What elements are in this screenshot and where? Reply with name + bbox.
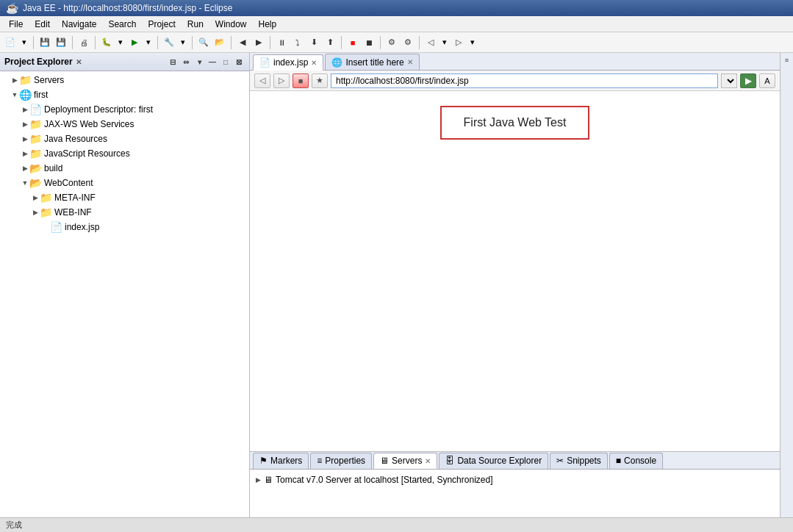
prev-button[interactable]: ◀ (235, 35, 250, 50)
right-icon-1[interactable]: ≡ (781, 54, 793, 66)
open-resource-button[interactable]: 📂 (212, 35, 227, 50)
back-button[interactable]: ◁ (254, 73, 270, 88)
app-icon: ☕ (6, 2, 18, 14)
stop-button[interactable]: ■ (293, 73, 309, 88)
bottom-tab-close-servers[interactable]: ✕ (425, 457, 431, 465)
annotate-button[interactable]: A (759, 73, 775, 88)
server-expand-arrow[interactable]: ▶ (256, 476, 261, 484)
minimize-icon[interactable]: — (207, 56, 218, 68)
bookmark-button[interactable]: ★ (312, 73, 328, 88)
bottom-tab-console[interactable]: ■ Console (609, 453, 663, 469)
editor-tab-bar: 📄 index.jsp ✕ 🌐 Insert title here ✕ (250, 53, 780, 71)
tree-item-webcontent[interactable]: ▼ 📂 WebContent (0, 176, 249, 190)
forward-button[interactable]: ▷ (273, 73, 290, 88)
tree-item-java-resources[interactable]: ▶ 📁 Java Resources (0, 132, 249, 146)
bottom-tab-markers[interactable]: ⚑ Markers (253, 453, 309, 469)
tree-icon-meta-inf: 📁 (40, 192, 52, 204)
tree-item-javascript-resources[interactable]: ▶ 📁 JavaScript Resources (0, 146, 249, 161)
new-button[interactable]: 📄 (3, 35, 18, 50)
tree-icon-build: 📂 (29, 162, 42, 174)
go-button[interactable]: ▶ (740, 73, 756, 88)
web-test-text: First Java Web Test (464, 116, 567, 129)
tree-item-build[interactable]: ▶ 📂 build (0, 161, 249, 176)
bottom-tab-data-source[interactable]: 🗄 Data Source Explorer (439, 453, 548, 469)
server-icon: 🖥 (264, 475, 273, 485)
step-return-button[interactable]: ⬆ (323, 35, 337, 50)
window-title: Java EE - http://localhost:8080/first/in… (23, 3, 232, 13)
editor-tab-insert-title-tab[interactable]: 🌐 Insert title here ✕ (325, 54, 419, 70)
menu-item-project[interactable]: Project (142, 18, 181, 31)
menu-item-navigate[interactable]: Navigate (56, 18, 102, 31)
extra2[interactable]: ⚙ (401, 35, 415, 50)
tree-icon-webcontent: 📂 (29, 177, 42, 189)
tree-item-first[interactable]: ▼ 🌐 first (0, 87, 249, 102)
view-menu-icon[interactable]: ▾ (193, 56, 205, 68)
menu-item-edit[interactable]: Edit (29, 18, 56, 31)
run-button[interactable]: ▶ (127, 35, 142, 50)
debug-dropdown[interactable]: ▾ (115, 36, 126, 48)
open-type-button[interactable]: 🔍 (196, 35, 211, 50)
separator5 (192, 36, 193, 49)
tab-close-insert-title-tab[interactable]: ✕ (407, 58, 413, 66)
menu-item-window[interactable]: Window (209, 18, 253, 31)
new-dropdown[interactable]: ▾ (19, 36, 29, 48)
menu-item-run[interactable]: Run (182, 18, 209, 31)
fwd-dropdown[interactable]: ▾ (467, 36, 478, 48)
tree-content: ▶ 📁 Servers ▼ 🌐 first ▶ 📄 Deployment Des… (0, 71, 249, 517)
next-button[interactable]: ▶ (251, 35, 266, 50)
url-dropdown[interactable] (721, 73, 737, 88)
tree-icon-index-jsp: 📄 (50, 221, 62, 233)
maximize-icon[interactable]: □ (220, 56, 232, 68)
tab-label-insert-title-tab: Insert title here (345, 57, 403, 68)
bottom-tab-label-markers: Markers (270, 456, 302, 466)
tree-arrow-servers: ▶ (10, 76, 19, 84)
run-dropdown[interactable]: ▾ (143, 36, 154, 48)
server-item[interactable]: ▶ 🖥 Tomcat v7.0 Server at localhost [Sta… (256, 472, 774, 487)
tree-icon-servers: 📁 (19, 74, 32, 86)
menu-item-file[interactable]: File (3, 18, 29, 31)
link-with-editor-icon[interactable]: ⇔ (180, 56, 192, 68)
bottom-tab-snippets[interactable]: ✂ Snippets (550, 453, 608, 469)
browser-content: First Java Web Test (250, 91, 780, 451)
save-button[interactable]: 💾 (37, 35, 52, 50)
back-dropdown[interactable]: ▾ (439, 36, 450, 48)
step-into-button[interactable]: ⬇ (306, 35, 321, 50)
tree-icon-deployment-descriptor: 📄 (29, 104, 42, 115)
tree-item-servers[interactable]: ▶ 📁 Servers (0, 73, 249, 87)
extra1[interactable]: ⚙ (384, 35, 399, 50)
back-nav[interactable]: ◁ (423, 35, 438, 50)
tab-close-index-jsp-tab[interactable]: ✕ (311, 59, 317, 67)
tree-item-deployment-descriptor[interactable]: ▶ 📄 Deployment Descriptor: first (0, 102, 249, 117)
step-over-button[interactable]: ⤵ (290, 35, 305, 50)
collapse-all-icon[interactable]: ⊟ (167, 56, 179, 68)
external-tools-dropdown[interactable]: ▾ (178, 36, 188, 48)
external-tools-button[interactable]: 🔧 (162, 35, 176, 50)
server-label: Tomcat v7.0 Server at localhost [Started… (276, 475, 492, 485)
status-text: 完成 (6, 520, 22, 531)
toggle-button[interactable]: ⏸ (274, 35, 289, 50)
print-button[interactable]: 🖨 (76, 35, 91, 50)
tree-item-index-jsp[interactable]: 📄 index.jsp (0, 220, 249, 234)
disconnect-button[interactable]: ⏹ (362, 35, 376, 50)
url-input[interactable] (331, 73, 718, 88)
fwd-nav[interactable]: ▷ (451, 35, 466, 50)
tree-item-web-inf[interactable]: ▶ 📁 WEB-INF (0, 205, 249, 220)
menu-item-search[interactable]: Search (102, 18, 142, 31)
separator3 (95, 36, 96, 49)
tree-label-webcontent: WebContent (44, 178, 93, 188)
tree-arrow-javascript-resources: ▶ (21, 150, 29, 157)
project-explorer-title: Project Explorer (4, 57, 73, 67)
close-project-explorer-icon[interactable]: ✕ (76, 58, 82, 66)
terminate-button[interactable]: ■ (345, 35, 360, 50)
tree-label-servers: Servers (34, 75, 64, 85)
debug-button[interactable]: 🐛 (99, 35, 114, 50)
status-bar: 完成 (0, 517, 793, 532)
save-all-button[interactable]: 💾 (54, 35, 68, 50)
tree-item-jax-ws[interactable]: ▶ 📁 JAX-WS Web Services (0, 117, 249, 132)
tree-item-meta-inf[interactable]: ▶ 📁 META-INF (0, 190, 249, 205)
restore-icon[interactable]: ⊠ (233, 56, 245, 68)
menu-item-help[interactable]: Help (253, 18, 283, 31)
bottom-tab-servers[interactable]: 🖥 Servers ✕ (373, 453, 437, 469)
editor-tab-index-jsp-tab[interactable]: 📄 index.jsp ✕ (253, 54, 323, 71)
bottom-tab-properties[interactable]: ≡ Properties (310, 453, 372, 469)
